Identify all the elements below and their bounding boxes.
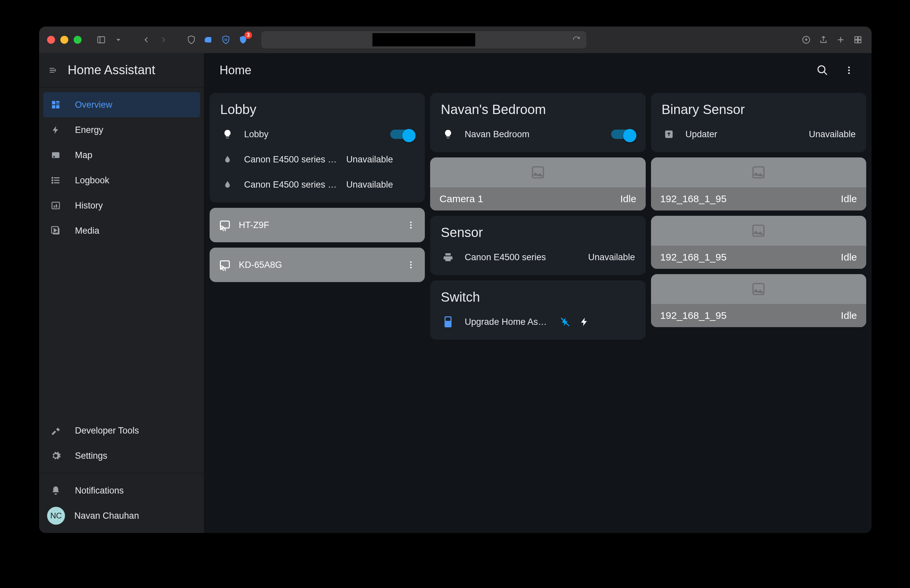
update-icon	[662, 129, 676, 139]
column-middle: Navan's Bedroom Navan Bedroom Camera 1 I…	[430, 93, 645, 340]
entity-row[interactable]: Navan Bedroom	[441, 122, 635, 147]
extension-icon-2[interactable]	[220, 34, 232, 45]
tab-group-chevron-icon[interactable]	[113, 34, 124, 45]
broken-image-icon	[430, 157, 645, 187]
url-redacted	[372, 33, 475, 47]
more-icon[interactable]	[842, 63, 856, 78]
app-title: Home Assistant	[68, 63, 155, 77]
svg-point-46	[220, 268, 222, 270]
entity-row[interactable]: Canon E4500 series Bl… Unavailable	[220, 147, 414, 172]
sidebar-toggle-icon[interactable]	[96, 34, 107, 45]
svg-rect-3	[205, 38, 207, 42]
entity-label: Lobby	[244, 129, 381, 139]
camera-name: 192_168_1_95	[660, 310, 841, 321]
toggle-switch[interactable]	[390, 129, 414, 139]
back-button[interactable]	[141, 34, 152, 45]
sidebar-item-media[interactable]: Media	[43, 218, 200, 243]
camera-card[interactable]: Camera 1 Idle	[430, 157, 645, 210]
sidebar-item-label: Developer Tools	[75, 426, 139, 436]
drop-icon	[220, 180, 235, 189]
entity-label: Canon E4500 series Bl…	[244, 155, 337, 165]
maximize-window-button[interactable]	[74, 36, 82, 44]
svg-rect-9	[855, 37, 858, 39]
sidebar-item-logbook[interactable]: Logbook	[43, 168, 200, 193]
card-lobby: Lobby Lobby Canon E4500 series Bl… Unava…	[210, 93, 425, 202]
browser-toolbar: 3	[39, 26, 871, 53]
collapse-sidebar-icon[interactable]	[47, 65, 58, 76]
extension-icon-3[interactable]: 3	[238, 34, 249, 45]
card-switch: Switch Upgrade Home Assis…	[430, 280, 645, 340]
search-icon[interactable]	[815, 63, 830, 78]
card-title: Lobby	[220, 102, 414, 117]
entity-value: Unavailable	[346, 155, 393, 165]
broken-image-icon	[651, 216, 866, 246]
svg-rect-52	[446, 318, 451, 321]
camera-card[interactable]: 192_168_1_95 Idle	[651, 157, 866, 210]
svg-rect-45	[220, 261, 230, 268]
media-card[interactable]: HT-Z9F	[210, 208, 425, 242]
entity-value: Unavailable	[588, 252, 635, 263]
broken-image-icon	[651, 274, 866, 304]
camera-card[interactable]: 192_168_1_95 Idle	[651, 274, 866, 327]
main-header: Home	[204, 53, 871, 87]
reload-icon[interactable]	[572, 36, 580, 44]
camera-status: Idle	[841, 193, 857, 205]
sidebar-item-energy[interactable]: Energy	[43, 117, 200, 142]
more-icon[interactable]	[406, 220, 416, 230]
media-card[interactable]: KD-65A8G	[210, 247, 425, 282]
close-window-button[interactable]	[47, 36, 55, 44]
flash-off-icon[interactable]	[560, 317, 570, 327]
card-title: Binary Sensor	[662, 102, 856, 117]
cast-icon	[219, 219, 231, 231]
svg-point-27	[52, 180, 53, 181]
user-name: Navan Chauhan	[74, 511, 139, 521]
cast-icon	[219, 259, 231, 271]
sidebar-item-map[interactable]: Map	[43, 142, 200, 168]
entity-row[interactable]: Canon E4500 series Co… Unavailable	[220, 172, 414, 197]
toggle-switch[interactable]	[611, 129, 635, 139]
svg-point-41	[220, 229, 222, 230]
entity-label: Updater	[685, 129, 800, 139]
media-label: KD-65A8G	[239, 260, 398, 270]
switch-actions	[560, 317, 589, 327]
new-tab-icon[interactable]	[835, 34, 846, 45]
svg-point-44	[410, 227, 412, 229]
url-bar[interactable]	[261, 31, 586, 48]
avatar: NC	[47, 507, 65, 525]
extension-badge: 3	[245, 31, 252, 39]
sidebar-item-overview[interactable]: Overview	[43, 92, 200, 117]
dashboard-icon	[50, 100, 62, 110]
sidebar-bottom: Notifications NC Navan Chauhan	[39, 473, 204, 533]
svg-rect-17	[56, 101, 59, 103]
camera-card[interactable]: 192_168_1_95 Idle	[651, 216, 866, 269]
sidebar: Home Assistant Overview Energy Map Log	[39, 53, 204, 533]
entity-row[interactable]: Upgrade Home Assis…	[441, 309, 635, 334]
svg-point-39	[848, 72, 850, 74]
sidebar-item-developer-tools[interactable]: Developer Tools	[43, 418, 200, 443]
more-icon[interactable]	[406, 260, 416, 270]
camera-status: Idle	[620, 193, 636, 205]
svg-point-37	[848, 66, 850, 68]
privacy-shield-icon[interactable]	[186, 34, 197, 45]
tabs-overview-icon[interactable]	[852, 34, 863, 45]
extension-icon-1[interactable]	[203, 34, 214, 45]
svg-point-22	[53, 156, 55, 158]
sidebar-item-settings[interactable]: Settings	[43, 443, 200, 468]
hammer-icon	[50, 426, 62, 436]
svg-point-35	[818, 66, 825, 73]
minimize-window-button[interactable]	[60, 36, 68, 44]
flash-icon[interactable]	[580, 317, 589, 327]
downloads-icon[interactable]	[801, 34, 812, 45]
page-title: Home	[220, 63, 251, 77]
printer-icon	[441, 252, 455, 263]
sidebar-item-notifications[interactable]: Notifications	[43, 478, 200, 503]
svg-rect-20	[56, 105, 59, 108]
share-icon[interactable]	[818, 34, 829, 45]
sidebar-item-history[interactable]: History	[43, 193, 200, 218]
sidebar-user[interactable]: NC Navan Chauhan	[43, 503, 200, 528]
entity-row[interactable]: Lobby	[220, 122, 414, 147]
forward-button[interactable]	[158, 34, 169, 45]
entity-row[interactable]: Updater Unavailable	[662, 122, 856, 147]
sidebar-item-label: Energy	[75, 125, 104, 135]
entity-row[interactable]: Canon E4500 series Unavailable	[441, 245, 635, 270]
